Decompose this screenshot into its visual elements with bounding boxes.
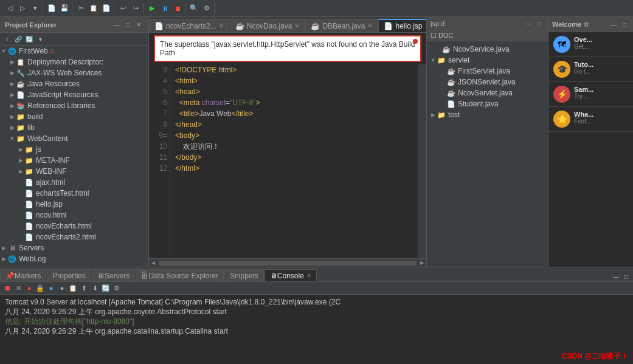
tree-icon-hello-jsp: 📄	[24, 199, 34, 209]
right-tree-arrow-json	[439, 78, 446, 86]
tree-collapse-btn[interactable]: ↕	[2, 34, 12, 44]
right-tree-jsonservlet[interactable]: ☕ JSONServlet.java	[427, 77, 548, 88]
welcome-item-tutorials[interactable]: 🎓 Tuto... Go t...	[548, 57, 633, 82]
tab-snippets[interactable]: Snippets	[224, 269, 264, 281]
right-tree-firstservlet[interactable]: ☕ FirstServlet.java	[427, 66, 548, 77]
right-panel-maximize[interactable]: □	[534, 19, 544, 29]
editor-scrollbar[interactable]	[418, 64, 426, 258]
welcome-minimize[interactable]: —	[609, 19, 618, 29]
console-output: Tomcat v9.0 Server at localhost [Apache …	[0, 295, 633, 364]
tree-item-deployment[interactable]: ▶ 📋 Deployment Descriptor:	[0, 57, 148, 67]
right-tree-test[interactable]: ▶ 📁 test	[427, 109, 548, 120]
welcome-item-samples[interactable]: ⚡ Sam... Try ...	[548, 82, 633, 107]
toolbar-btn-debug[interactable]: ⏸	[159, 2, 171, 15]
right-tree-student[interactable]: 📄 Student.java	[427, 98, 548, 109]
tree-item-ncovecharts-html[interactable]: 📄 ncovEcharts.html	[0, 221, 148, 232]
tree-item-weblog[interactable]: ▶ 🌐 WebLog	[0, 253, 148, 264]
bottom-panel-header-icons: — □	[609, 272, 633, 281]
tree-item-lib[interactable]: ▶ 📁 lib	[0, 122, 148, 133]
tab-close-ncovecharts2[interactable]: ✕	[219, 22, 224, 29]
tab-servers[interactable]: 🖥 Servers	[92, 269, 135, 281]
editor-tab-hello-jsp[interactable]: 📄 hello.jsp ✕	[378, 19, 426, 32]
tab-close-ncovdao[interactable]: ✕	[294, 22, 299, 29]
right-tree-service[interactable]: ☕ NcovService.java	[427, 44, 548, 55]
tab-close-dbbean[interactable]: ✕	[367, 22, 372, 29]
welcome-item-overview[interactable]: 🗺 Ove... Get...	[548, 32, 633, 57]
tree-link-btn[interactable]: 🔗	[13, 34, 23, 44]
toolbar-btn-search[interactable]: 🔍	[188, 2, 200, 15]
tab-datasource[interactable]: 🗄 Data Source Explorer	[136, 269, 224, 281]
console-clear[interactable]: ✕	[13, 283, 23, 293]
right-tree-ncovservlet[interactable]: ☕ NcovServlet.java	[427, 88, 548, 98]
tree-item-hello-jsp[interactable]: 📄 hello.jsp	[0, 199, 148, 210]
tree-item-build[interactable]: ▶ 📁 build	[0, 111, 148, 122]
editor-tab-ncovdao[interactable]: ☕ NcovDao.java ✕	[230, 19, 305, 32]
tree-refresh-btn[interactable]: 🔄	[24, 34, 34, 44]
tab-console[interactable]: 🖥 Console ✕	[265, 269, 317, 281]
toolbar-btn-redo[interactable]: ↪	[130, 2, 142, 15]
toolbar-btn-undo[interactable]: ↩	[117, 2, 129, 15]
toolbar-btn-settings[interactable]: ⚙	[201, 2, 213, 15]
toolbar-btn-copy[interactable]: 📋	[88, 2, 100, 15]
h-scrollbar[interactable]: ◀ ▶	[149, 258, 426, 267]
project-explorer-title: Project Explorer	[5, 21, 57, 29]
tree-item-ncovecharts2-html[interactable]: 📄 ncovEcharts2.html	[0, 232, 148, 242]
tree-item-web-inf[interactable]: ▶ 📁 WEB-INF	[0, 166, 148, 177]
toolbar-btn-fwd[interactable]: ▷	[16, 2, 29, 15]
tree-menu-btn[interactable]: ▾	[35, 34, 45, 44]
welcome-item-whatsnew[interactable]: ⭐ Wha... Find...	[548, 107, 633, 132]
tree-item-javascript-resources[interactable]: ▶ 📄 JavaScript Resources	[0, 89, 148, 100]
scroll-right[interactable]: ▶	[418, 259, 426, 267]
console-down[interactable]: ⬇	[90, 283, 100, 293]
toolbar-btn-save[interactable]: 💾	[58, 2, 71, 15]
tree-item-referenced-libraries[interactable]: ▶ 📚 Referenced Libraries	[0, 100, 148, 111]
tree-item-servers[interactable]: ▶ 🖥 Servers	[0, 242, 148, 253]
toolbar-group-file: 📄 💾	[44, 2, 72, 15]
tree-item-jax-ws[interactable]: ▶ 🔧 JAX-WS Web Services	[0, 67, 148, 78]
tab-markers[interactable]: 📌 Markers	[0, 269, 46, 281]
welcome-header: Welcome ☆ — □	[548, 17, 633, 32]
tree-label-ncovecharts-html: ncovEcharts.html	[36, 222, 92, 230]
console-up[interactable]: ⬆	[79, 283, 89, 293]
console-settings[interactable]: ⚙	[112, 283, 122, 293]
toolbar-btn-dropdown[interactable]: ▾	[29, 2, 41, 15]
console-scroll-lock[interactable]: 🔒	[35, 283, 45, 293]
console-stop[interactable]: ⏹	[2, 283, 12, 293]
tree-item-echartstest-html[interactable]: 📄 echartsTest.html	[0, 188, 148, 199]
welcome-maximize[interactable]: □	[620, 19, 629, 29]
project-explorer-panel: Project Explorer — □ ✕ ↕ 🔗 🔄 ▾ ▼ 🌐 First…	[0, 17, 149, 267]
bottom-minimize[interactable]: —	[611, 272, 621, 281]
console-blue-dot[interactable]: ●	[46, 283, 56, 293]
panel-maximize-btn[interactable]: □	[123, 20, 133, 30]
toolbar-btn-run[interactable]: ▶	[146, 2, 158, 15]
tree-item-ajax-html[interactable]: 📄 ajax.html	[0, 177, 148, 188]
toolbar-btn-stop[interactable]: ⏹	[171, 2, 184, 15]
toolbar-btn-back[interactable]: ◁	[4, 2, 16, 15]
tree-item-js[interactable]: ▶ 📁 js	[0, 144, 148, 155]
right-tree-servlet-folder[interactable]: ▼ 📁 servlet	[427, 55, 548, 66]
scroll-left[interactable]: ◀	[149, 259, 157, 267]
tree-item-ncov-html[interactable]: 📄 ncov.html	[0, 210, 148, 221]
toolbar-btn-cut[interactable]: ✂	[75, 2, 87, 15]
console-refresh[interactable]: 🔄	[101, 283, 111, 293]
scroll-track[interactable]	[159, 261, 417, 266]
editor-tab-dbbean[interactable]: ☕ DBBean.java ✕	[305, 19, 378, 32]
panel-close-btn[interactable]: ✕	[134, 20, 144, 30]
console-copy[interactable]: 📋	[68, 283, 78, 293]
tree-icon-java-resources: ☕	[16, 79, 26, 89]
console-black-dot[interactable]: ●	[57, 283, 67, 293]
right-panel-minimize[interactable]: —	[524, 19, 533, 29]
editor-tab-ncovecharts2[interactable]: 📄 ncovEcharts2... ✕	[149, 19, 229, 32]
toolbar-btn-paste[interactable]: 📄	[100, 2, 112, 15]
toolbar-btn-new[interactable]: 📄	[46, 2, 58, 15]
tree-item-webcontent[interactable]: ▼ 📁 WebContent	[0, 133, 148, 144]
panel-minimize-btn[interactable]: —	[112, 20, 122, 30]
tab-console-close[interactable]: ✕	[306, 272, 311, 279]
code-editor[interactable]: <!DOCTYPE html> <html> <head> <meta char…	[170, 64, 418, 258]
console-red-dot[interactable]: ●	[24, 283, 34, 293]
tab-properties[interactable]: Properties	[47, 269, 91, 281]
tree-item-meta-inf[interactable]: ▶ 📁 META-INF	[0, 155, 148, 166]
tree-item-firstweb[interactable]: ▼ 🌐 FirstWeb ⚠	[0, 46, 148, 57]
bottom-maximize[interactable]: □	[621, 272, 631, 281]
tree-item-java-resources[interactable]: ▶ ☕ Java Resources	[0, 78, 148, 89]
